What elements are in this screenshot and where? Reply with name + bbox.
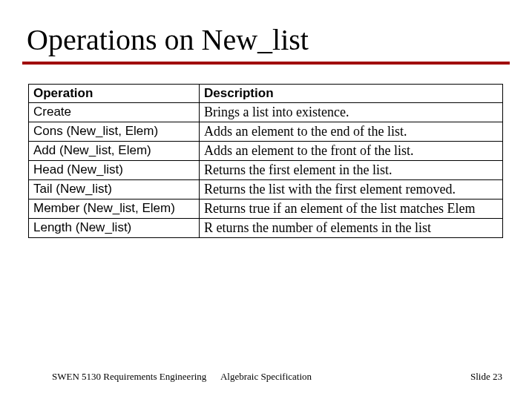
table-row: Length (New_list) R eturns the number of… bbox=[29, 219, 503, 238]
table-row: Member (New_list, Elem) Returns true if … bbox=[29, 200, 503, 219]
table-row: Create Brings a list into existence. bbox=[29, 103, 503, 122]
cell-operation: Cons (New_list, Elem) bbox=[29, 122, 200, 142]
footer-course: SWEN 5130 Requirements Engineering bbox=[52, 371, 206, 383]
cell-operation: Create bbox=[29, 103, 200, 122]
slide-footer: SWEN 5130 Requirements Engineering Algeb… bbox=[0, 371, 532, 383]
cell-description: R eturns the number of elements in the l… bbox=[200, 219, 503, 238]
table-row: Tail (New_list) Returns the list with th… bbox=[29, 180, 503, 200]
operations-table: Operation Description Create Brings a li… bbox=[28, 84, 503, 238]
cell-description: Returns the list with the first element … bbox=[200, 180, 503, 200]
cell-description: Returns true if an element of the list m… bbox=[200, 200, 503, 219]
cell-description: Returns the first element in the list. bbox=[200, 161, 503, 180]
cell-operation: Member (New_list, Elem) bbox=[29, 200, 200, 219]
col-header-description: Description bbox=[200, 85, 503, 103]
cell-operation: Length (New_list) bbox=[29, 219, 200, 238]
cell-operation: Tail (New_list) bbox=[29, 180, 200, 200]
table-header-row: Operation Description bbox=[29, 85, 503, 103]
slide-title: Operations on New_list bbox=[27, 22, 510, 57]
cell-operation: Head (New_list) bbox=[29, 161, 200, 180]
cell-description: Adds an element to the end of the list. bbox=[200, 122, 503, 142]
footer-topic: Algebraic Specification bbox=[220, 371, 312, 383]
table-row: Add (New_list, Elem) Adds an element to … bbox=[29, 142, 503, 161]
table-row: Cons (New_list, Elem) Adds an element to… bbox=[29, 122, 503, 142]
cell-description: Adds an element to the front of the list… bbox=[200, 142, 503, 161]
footer-slide: Slide 23 bbox=[470, 371, 502, 383]
title-rule bbox=[22, 62, 510, 65]
col-header-operation: Operation bbox=[29, 85, 200, 103]
cell-description: Brings a list into existence. bbox=[200, 103, 503, 122]
cell-operation: Add (New_list, Elem) bbox=[29, 142, 200, 161]
table-row: Head (New_list) Returns the first elemen… bbox=[29, 161, 503, 180]
